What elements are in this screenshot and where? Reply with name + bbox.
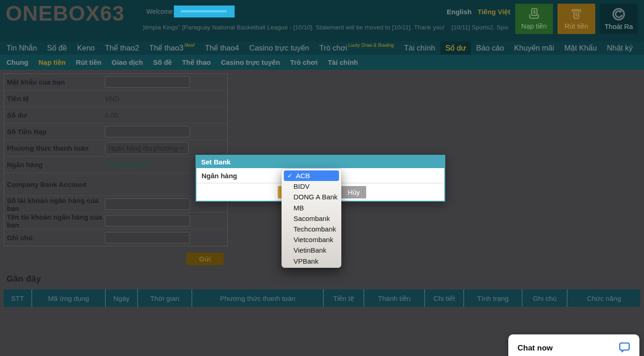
form-row: Ghi chú [4,229,227,246]
bank-option[interactable]: MB [282,203,341,213]
subnav-tai-chinh[interactable]: Tài chính [322,58,363,66]
subnav-chung[interactable]: Chung [6,58,33,66]
recent-section-title: Gần đây [6,274,41,284]
withdraw-button-label: Rút tiền [564,22,588,30]
bank-option[interactable]: Techcombank [282,224,341,234]
check-icon: ✓ [286,172,293,179]
bank-option[interactable]: Vietcombank [282,234,341,245]
bank-option[interactable]: VPBank [282,256,341,266]
withdraw-button[interactable]: $ Rút tiền [558,4,595,34]
chevron-down-icon [179,147,185,150]
sub-navigation: Chung Nạp tiền Rút tiền Giao dịch Số đề … [0,55,644,70]
bank-option[interactable]: Sacombank [282,213,341,224]
svg-text:$: $ [533,9,536,15]
form-row: Phương thức thanh toán Ngân hàng địa phư… [4,140,227,157]
column-ghi-chu: Ghi chú [522,289,567,307]
deposit-button[interactable]: $ Nạp tiền [515,4,553,34]
form-row: Số Tiền Nạp [4,124,227,140]
chat-now-label: Chat now [518,344,553,353]
svg-text:$: $ [575,12,578,17]
bank-option[interactable]: DONG A Bank [282,192,341,202]
nav-the-thao2[interactable]: Thể thao2 [100,41,144,55]
form-row: Tiền tệ VND [4,90,227,107]
column-chi-tiet: Chi tiết [424,289,463,307]
chat-bubble-icon [618,341,630,355]
logout-button-label: Thoát Ra [604,23,633,30]
nav-khuyen-mai[interactable]: Khuyến mãi [509,41,559,55]
nav-the-thao3[interactable]: Thể thao3New! [144,41,200,55]
currency-value: VND [105,95,120,102]
payment-method-select[interactable]: Ngân hàng địa phương [105,142,189,154]
column-tinh-trang: Tình trạng [463,289,522,307]
form-row: Ngân hàng Please Select [4,157,227,173]
password-input[interactable] [105,76,190,88]
modal-bank-field-label: Ngân hàng [201,172,237,180]
bank-option-selected[interactable]: ✓ ACB [284,170,339,181]
nav-so-de[interactable]: Số đề [42,41,72,55]
form-row: Tên tài khoản ngân hàng của bạn [4,213,227,229]
note-input[interactable] [105,232,190,243]
subnav-the-thao[interactable]: Thể thao [177,58,216,66]
modal-cancel-button[interactable]: Hủy [341,186,366,198]
lucky-draw-badge: Lucky Draw & Bowling [348,43,394,48]
language-vietnamese-link[interactable]: Tiếng Việt [477,8,510,16]
form-row: Company Bank Account [4,173,227,196]
nav-casino[interactable]: Casino trực tuyến [244,41,314,55]
form-row: Số dư 0.00 [4,107,227,124]
nav-nhat-ky[interactable]: Nhật ký [602,41,638,55]
nav-so-du-active[interactable]: Số dư [440,41,471,55]
site-logo: ONEBOX63 [6,1,125,26]
deposit-button-label: Nạp tiền [521,22,547,30]
withdraw-icon: $ [570,8,583,21]
nav-tro-choi[interactable]: Trò chơiLucky Draw & Bowling [314,41,399,55]
subnav-tro-choi[interactable]: Trò chơi [285,58,323,66]
column-ngay: Ngày [105,289,137,307]
nav-bao-cao[interactable]: Báo cáo [471,41,509,55]
column-ma-ung-dung: Mã ứng dụng [31,289,105,307]
username-highlight [174,6,235,17]
new-badge: New! [184,43,195,48]
column-phuong-thuc: Phương thức thanh toán [191,289,323,307]
welcome-label: Welcome, [146,8,175,15]
language-english-link[interactable]: English [447,8,472,16]
modal-title: Set Bank [196,156,444,168]
bank-dropdown-popup: ✓ ACB BIDV DONG A Bank MB Sacombank Tech… [282,169,341,268]
chat-widget[interactable]: Chat now [508,334,639,356]
nav-mat-khau[interactable]: Mật Khẩu [559,41,602,55]
subnav-so-de[interactable]: Số đề [148,58,177,66]
nav-tin-nhan[interactable]: Tin Nhắn [6,41,42,55]
nav-keno[interactable]: Keno [72,41,100,55]
nav-the-thao4[interactable]: Thể thao4 [200,41,244,55]
form-row: Mật khẩu của bạn [4,74,227,90]
logout-icon [612,7,626,21]
bank-please-select-link[interactable]: Please Select [105,161,149,169]
main-navigation: Tin Nhắn Số đề Keno Thể thao2 Thể thao3N… [0,41,644,55]
column-stt: STT [4,289,31,307]
username-redaction-bar [181,10,227,12]
header: ONEBOX63 Welcome, )limpia Kings" [Paragu… [0,0,644,41]
nav-tai-chinh[interactable]: Tài chính [399,41,440,55]
form-row: Số tài khoản ngân hàng của bạn [4,196,227,213]
balance-value: 0.00 [105,111,118,119]
column-tien-te: Tiền tệ [323,289,363,307]
column-thanh-tien: Thành tiền [363,289,424,307]
bank-account-number-input[interactable] [105,198,190,210]
column-chuc-nang: Chức năng [567,289,640,307]
announcement-marquee: )limpia Kings" [Paraguay National Basket… [143,24,508,32]
deposit-amount-input[interactable] [105,126,190,137]
deposit-icon: $ [528,8,540,21]
subnav-giao-dich[interactable]: Giao dịch [107,58,148,66]
logout-button[interactable]: Thoát Ra [600,4,638,34]
bank-account-name-input[interactable] [105,215,190,226]
submit-button[interactable]: Gửi [186,253,224,265]
column-thoi-gian: Thời gian [137,289,191,307]
subnav-casino[interactable]: Casino trực tuyến [216,58,285,66]
subnav-nap-tien-active[interactable]: Nạp tiền [33,58,70,66]
header-action-buttons: $ Nạp tiền $ Rút tiền [515,4,638,34]
bank-option[interactable]: VietinBank [282,245,341,255]
deposit-form: Mật khẩu của bạn Tiền tệ VND Số dư 0.00 … [4,73,228,246]
recent-table-header: STT Mã ứng dụng Ngày Thời gian Phương th… [4,289,640,307]
subnav-rut-tien[interactable]: Rút tiền [71,58,107,66]
bank-option[interactable]: BIDV [282,181,341,192]
